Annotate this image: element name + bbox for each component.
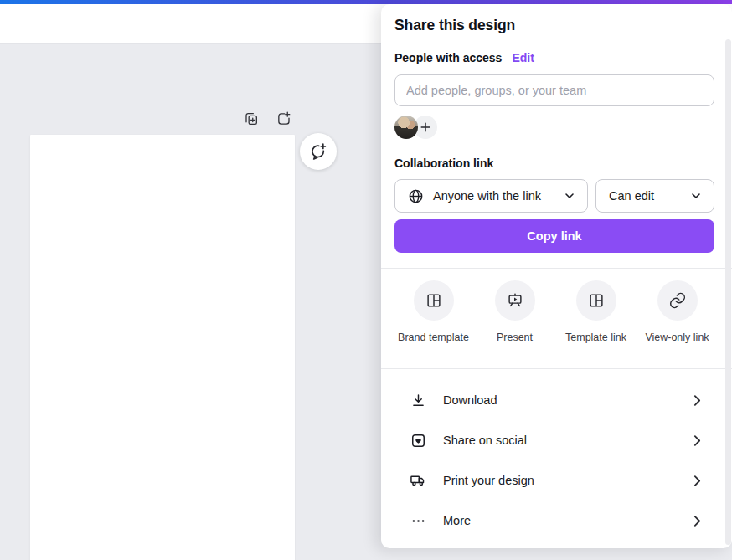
add-people-input[interactable] [394,74,714,106]
member-avatar[interactable] [394,116,418,139]
link-scope-value: Anyone with the link [433,189,563,203]
quick-action-view-only-link[interactable]: View-only link [637,280,718,344]
permission-value: Can edit [609,189,689,203]
menu-item-label: More [443,514,690,527]
download-icon [409,392,427,409]
permission-dropdown[interactable]: Can edit [595,179,714,213]
globe-icon [407,188,425,205]
add-page-icon-button[interactable] [275,110,293,128]
chevron-right-icon [690,393,704,408]
divider [381,268,732,269]
menu-item-label: Download [443,393,690,407]
menu-item-label: Print your design [443,474,690,487]
menu-item-more[interactable]: More [381,501,732,541]
copy-link-button[interactable]: Copy link [394,219,714,253]
divider [381,368,732,369]
plus-icon [420,121,431,133]
present-icon [495,280,535,321]
people-with-access-label: People with access [394,51,502,64]
comment-plus-icon [308,141,328,162]
page-controls [242,110,293,128]
share-menu-list: Download Share on social [381,380,732,541]
more-dots-icon [409,512,427,530]
link-scope-dropdown[interactable]: Anyone with the link [394,179,588,213]
quick-action-present[interactable]: Present [474,280,555,344]
duplicate-page-icon [243,110,260,127]
edit-access-link[interactable]: Edit [512,51,534,64]
add-page-icon [276,110,292,127]
view-only-link-icon [657,280,698,321]
people-with-access-row: People with access Edit [394,51,534,64]
quick-action-brand-template[interactable]: Brand template [393,280,474,344]
design-page[interactable] [30,135,295,560]
add-comment-button[interactable] [300,133,337,170]
chevron-right-icon [690,474,704,488]
share-social-icon [409,432,427,450]
quick-action-label: Brand template [398,331,469,344]
quick-actions-row: Brand template Present Template link [393,280,719,344]
chevron-down-icon [563,189,576,203]
menu-item-label: Share on social [443,434,690,447]
collaboration-link-label: Collaboration link [394,157,493,170]
member-avatars-row [394,116,437,139]
panel-title: Share this design [394,17,515,34]
quick-action-label: Present [497,331,533,344]
menu-item-download[interactable]: Download [381,380,732,420]
menu-item-share-on-social[interactable]: Share on social [381,420,732,460]
template-link-icon [576,280,616,321]
print-truck-icon [409,471,427,490]
chevron-right-icon [690,434,704,448]
chevron-down-icon [689,189,703,203]
quick-action-template-link[interactable]: Template link [555,280,637,344]
menu-item-print-your-design[interactable]: Print your design [381,460,732,501]
chevron-right-icon [690,514,704,528]
duplicate-page-button[interactable] [242,110,260,128]
brand-template-icon [414,280,454,321]
quick-action-label: Template link [565,331,626,344]
panel-scrollbar[interactable] [725,39,731,545]
share-panel: Share this design People with access Edi… [381,4,732,548]
quick-action-label: View-only link [645,331,709,344]
